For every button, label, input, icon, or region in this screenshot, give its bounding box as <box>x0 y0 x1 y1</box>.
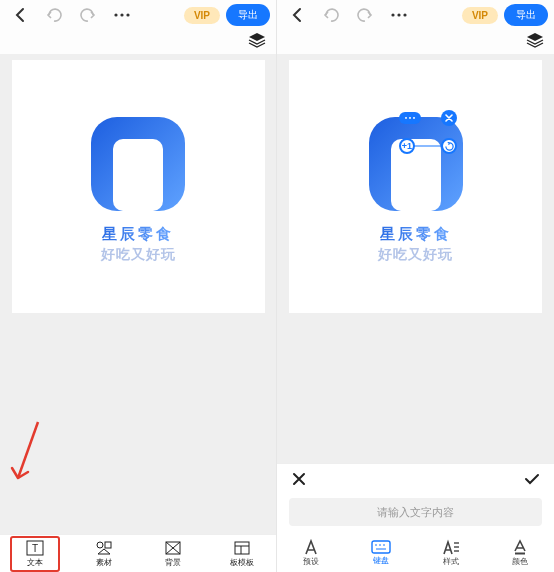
brand-text[interactable]: 星辰零食 <box>380 225 452 244</box>
more-button[interactable] <box>385 1 413 29</box>
color-icon <box>513 539 527 555</box>
undo-button[interactable] <box>317 1 345 29</box>
screen-right: VIP 导出 <box>277 0 554 572</box>
design-canvas[interactable]: 星辰零食 好吃又好玩 +1 <box>289 60 542 313</box>
export-button[interactable]: 导出 <box>226 4 270 26</box>
layers-button[interactable] <box>526 32 544 52</box>
redo-button[interactable] <box>74 1 102 29</box>
shapes-icon <box>95 540 113 556</box>
vip-badge[interactable]: VIP <box>184 7 220 24</box>
svg-point-1 <box>120 13 123 16</box>
redo-icon <box>79 8 97 22</box>
text-input-placeholder: 请输入文字内容 <box>377 505 454 520</box>
svg-point-15 <box>403 13 406 16</box>
svg-point-14 <box>397 13 400 16</box>
text-icon: T <box>26 540 44 556</box>
nav-item-color[interactable]: 颜色 <box>512 539 528 567</box>
logo-icon[interactable] <box>83 109 193 219</box>
export-button[interactable]: 导出 <box>504 4 548 26</box>
drag-handle[interactable] <box>399 112 421 124</box>
redo-icon <box>356 8 374 22</box>
letter-a-icon <box>304 539 318 555</box>
nav-item-background[interactable]: 背景 <box>148 538 198 570</box>
design-canvas[interactable]: 星辰零食 好吃又好玩 <box>12 60 265 313</box>
canvas-area[interactable]: 星辰零食 好吃又好玩 +1 <box>277 54 554 463</box>
chevron-left-icon <box>291 7 303 23</box>
svg-text:T: T <box>31 543 37 554</box>
rotate-icon <box>445 142 454 151</box>
text-edit-panel: 请输入文字内容 预设 键盘 样式 颜色 <box>277 463 554 572</box>
canvas-area[interactable]: 星辰零食 好吃又好玩 <box>0 54 276 534</box>
svg-rect-18 <box>372 541 390 553</box>
layers-row <box>277 30 554 54</box>
chevron-left-icon <box>14 7 26 23</box>
topbar: VIP 导出 <box>277 0 554 30</box>
close-icon <box>292 472 306 486</box>
nav-item-material[interactable]: 素材 <box>79 538 129 570</box>
svg-rect-26 <box>515 553 525 555</box>
annotation-arrow-icon <box>8 420 48 494</box>
undo-icon <box>45 8 63 22</box>
svg-point-7 <box>97 542 103 548</box>
nav-item-preset[interactable]: 预设 <box>303 539 319 567</box>
nav-item-template[interactable]: 板模板 <box>217 538 267 570</box>
svg-rect-8 <box>105 542 111 548</box>
ellipsis-icon <box>390 12 408 18</box>
layers-button[interactable] <box>248 32 266 52</box>
more-button[interactable] <box>108 1 136 29</box>
keyboard-icon <box>371 540 391 554</box>
text-panel-nav: 预设 键盘 样式 颜色 <box>277 534 554 572</box>
slogan-text[interactable]: 好吃又好玩 <box>101 246 176 264</box>
screen-left: VIP 导出 <box>0 0 277 572</box>
slogan-text[interactable]: 好吃又好玩 <box>378 246 453 264</box>
redo-button[interactable] <box>351 1 379 29</box>
nav-label: 素材 <box>96 557 112 568</box>
nav-label: 板模板 <box>230 557 254 568</box>
close-icon <box>445 114 453 122</box>
undo-icon <box>322 8 340 22</box>
panel-confirm-button[interactable] <box>522 469 542 489</box>
layers-icon <box>526 32 544 48</box>
nav-label: 背景 <box>165 557 181 568</box>
ellipsis-icon <box>113 12 131 18</box>
text-input[interactable]: 请输入文字内容 <box>289 498 542 526</box>
layers-icon <box>248 32 266 48</box>
delete-handle[interactable] <box>441 110 457 126</box>
back-button[interactable] <box>283 1 311 29</box>
topbar: VIP 导出 <box>0 0 276 30</box>
nav-item-keyboard[interactable]: 键盘 <box>371 540 391 566</box>
nav-item-text[interactable]: T 文本 <box>10 536 60 572</box>
svg-point-0 <box>114 13 117 16</box>
nav-item-style[interactable]: 样式 <box>442 539 460 567</box>
svg-point-2 <box>126 13 129 16</box>
panel-close-button[interactable] <box>289 469 309 489</box>
svg-rect-4 <box>113 139 163 211</box>
bottom-nav: T 文本 素材 背景 板模板 <box>0 534 276 572</box>
text-style-icon <box>442 539 460 555</box>
brand-text[interactable]: 星辰零食 <box>102 225 174 244</box>
rotate-handle[interactable] <box>441 138 457 154</box>
check-icon <box>524 473 540 485</box>
add-handle[interactable]: +1 <box>399 138 415 154</box>
background-icon <box>164 540 182 556</box>
back-button[interactable] <box>6 1 34 29</box>
nav-label: 键盘 <box>373 555 389 566</box>
vip-badge[interactable]: VIP <box>462 7 498 24</box>
svg-point-13 <box>391 13 394 16</box>
nav-label: 样式 <box>443 556 459 567</box>
template-icon <box>233 540 251 556</box>
selection-handles: +1 <box>399 116 457 150</box>
layers-row <box>0 30 276 54</box>
nav-label: 颜色 <box>512 556 528 567</box>
svg-rect-10 <box>235 542 249 554</box>
nav-label: 预设 <box>303 556 319 567</box>
undo-button[interactable] <box>40 1 68 29</box>
nav-label: 文本 <box>27 557 43 568</box>
